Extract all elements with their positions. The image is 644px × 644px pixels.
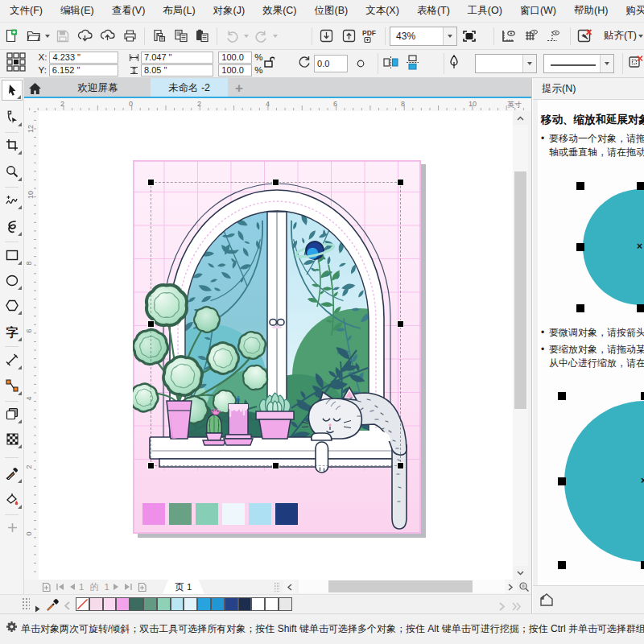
menu-file[interactable]: 文件(F) xyxy=(1,0,52,22)
home-tab-button[interactable] xyxy=(24,78,45,98)
palette-no-color[interactable] xyxy=(76,597,89,611)
menu-window[interactable]: 窗口(W) xyxy=(511,0,565,22)
connector-tool[interactable] xyxy=(2,375,23,396)
selection-handle-middle-right[interactable] xyxy=(398,321,403,327)
vertical-scroll-thumb[interactable] xyxy=(514,171,526,409)
first-page-button[interactable] xyxy=(56,583,64,591)
shape-tool[interactable] xyxy=(2,106,23,127)
page-1-tab[interactable]: 页 1 xyxy=(163,580,204,594)
x-position-field[interactable]: 4.233 " xyxy=(49,52,118,64)
cloud-upload-button[interactable] xyxy=(97,26,118,47)
palette-swatch-2[interactable] xyxy=(103,597,117,611)
docker-home-icon[interactable] xyxy=(539,592,555,608)
hscroll-right-button[interactable] xyxy=(505,580,517,593)
combo-dropdown-button[interactable] xyxy=(522,55,536,72)
rotation-angle-field[interactable]: 0.0 xyxy=(314,55,348,72)
snap-to-label[interactable]: 贴齐(T) xyxy=(604,29,637,43)
next-page-button[interactable] xyxy=(113,583,120,591)
hints-docker-title[interactable]: 提示(N) xyxy=(533,78,644,100)
scroll-up-button[interactable] xyxy=(513,111,528,125)
text-tool[interactable]: 字 xyxy=(2,321,23,342)
vertical-scrollbar[interactable] xyxy=(513,111,528,580)
horizontal-scroll-track[interactable] xyxy=(299,580,505,593)
menu-layout[interactable]: 布局(L) xyxy=(154,0,204,22)
wrap-text-off-button[interactable] xyxy=(628,55,644,73)
redo-button[interactable] xyxy=(251,26,272,47)
save-button[interactable] xyxy=(52,26,73,47)
mirror-horizontal-button[interactable] xyxy=(383,56,398,72)
palette-swatch-7[interactable] xyxy=(171,597,184,611)
drawing-canvas[interactable] xyxy=(39,111,513,580)
copy-button[interactable] xyxy=(171,26,192,47)
new-tab-button[interactable]: + xyxy=(228,78,250,98)
menu-effects[interactable]: 效果(C) xyxy=(254,0,305,22)
polygon-tool[interactable] xyxy=(2,295,23,316)
add-page-start-button[interactable] xyxy=(41,582,52,592)
paste-button[interactable] xyxy=(192,26,213,47)
pick-tool[interactable] xyxy=(2,80,23,101)
scale-h-field[interactable]: 100.0 xyxy=(218,52,252,64)
palette-swatch-12[interactable] xyxy=(238,597,252,611)
status-gear-icon[interactable] xyxy=(6,621,18,633)
vertical-ruler[interactable]: 12 10 8 6 4 2 0 xyxy=(24,111,39,580)
selection-handle-top-middle[interactable] xyxy=(273,180,279,185)
y-position-field[interactable]: 6.152 " xyxy=(49,64,118,76)
palette-swatch-3[interactable] xyxy=(116,597,130,611)
object-height-field[interactable]: 8.05 " xyxy=(141,64,213,76)
tab-untitled-2[interactable]: 未命名 -2 xyxy=(151,78,228,98)
undo-dropdown[interactable] xyxy=(242,26,250,47)
menu-object[interactable]: 对象(J) xyxy=(204,0,254,22)
hscroll-left-button[interactable] xyxy=(283,580,295,593)
import-button[interactable] xyxy=(316,26,337,47)
show-rulers-button[interactable] xyxy=(498,26,519,47)
palette-swatch-8[interactable] xyxy=(184,597,197,611)
snap-off-button[interactable] xyxy=(575,26,596,47)
palette-swatch-13[interactable] xyxy=(251,597,265,611)
palette-swatch-9[interactable] xyxy=(197,597,211,611)
dimension-tool[interactable] xyxy=(2,349,23,370)
menu-help[interactable]: 帮助(H) xyxy=(565,0,617,22)
previous-page-button[interactable] xyxy=(68,583,76,591)
selection-handle-top-right[interactable] xyxy=(398,180,403,185)
pan-zoom-toggle-icon[interactable] xyxy=(518,580,530,593)
export-button[interactable] xyxy=(338,26,359,47)
palette-swatch-4[interactable] xyxy=(130,597,143,611)
lock-ratio-icon[interactable] xyxy=(263,56,275,72)
selection-handle-bottom-right[interactable] xyxy=(398,463,403,469)
show-grid-button[interactable] xyxy=(521,26,542,47)
open-dropdown[interactable] xyxy=(44,26,52,47)
interactive-fill-tool[interactable] xyxy=(2,489,23,510)
palette-swatch-5[interactable] xyxy=(143,597,157,611)
palette-scroll-right[interactable] xyxy=(499,600,506,614)
palette-swatch-10[interactable] xyxy=(211,597,225,611)
scale-v-field[interactable]: 100.0 xyxy=(218,64,252,76)
redo-dropdown[interactable] xyxy=(272,26,279,47)
horizontal-ruler[interactable]: 2 0 2 4 6 8 10 英寸 xyxy=(24,98,531,111)
add-page-end-button[interactable] xyxy=(137,582,147,592)
palette-swatch-15[interactable] xyxy=(279,597,292,611)
mesh-fill-tool[interactable] xyxy=(2,428,23,449)
horizontal-scroll-thumb[interactable] xyxy=(328,580,473,592)
zoom-levels-combo[interactable]: 43% xyxy=(390,27,457,46)
menu-buy[interactable]: 购买 xyxy=(617,0,644,22)
line-style-combo[interactable] xyxy=(543,54,614,73)
new-document-button[interactable] xyxy=(1,26,22,47)
menu-text[interactable]: 文本(X) xyxy=(357,0,408,22)
outline-width-combo[interactable] xyxy=(475,54,537,73)
drop-shadow-tool[interactable] xyxy=(2,403,23,424)
artistic-media-tool[interactable] xyxy=(2,216,23,237)
palette-swatch-6[interactable] xyxy=(157,597,171,611)
palette-swatch-1[interactable] xyxy=(89,597,103,611)
selection-handle-bottom-left[interactable] xyxy=(148,463,154,469)
zoom-combo-arrow[interactable] xyxy=(443,27,456,45)
rectangle-tool[interactable] xyxy=(2,245,23,266)
freehand-tool[interactable] xyxy=(2,189,23,210)
selection-handle-bottom-middle[interactable] xyxy=(273,463,279,469)
zoom-tool[interactable] xyxy=(2,161,23,182)
tab-welcome-screen[interactable]: 欢迎屏幕 xyxy=(45,78,151,98)
snap-dropdown[interactable] xyxy=(637,26,644,47)
undo-button[interactable] xyxy=(221,26,242,47)
menu-edit[interactable]: 编辑(E) xyxy=(52,0,103,22)
open-button[interactable] xyxy=(23,26,44,47)
menu-table[interactable]: 表格(T) xyxy=(408,0,459,22)
